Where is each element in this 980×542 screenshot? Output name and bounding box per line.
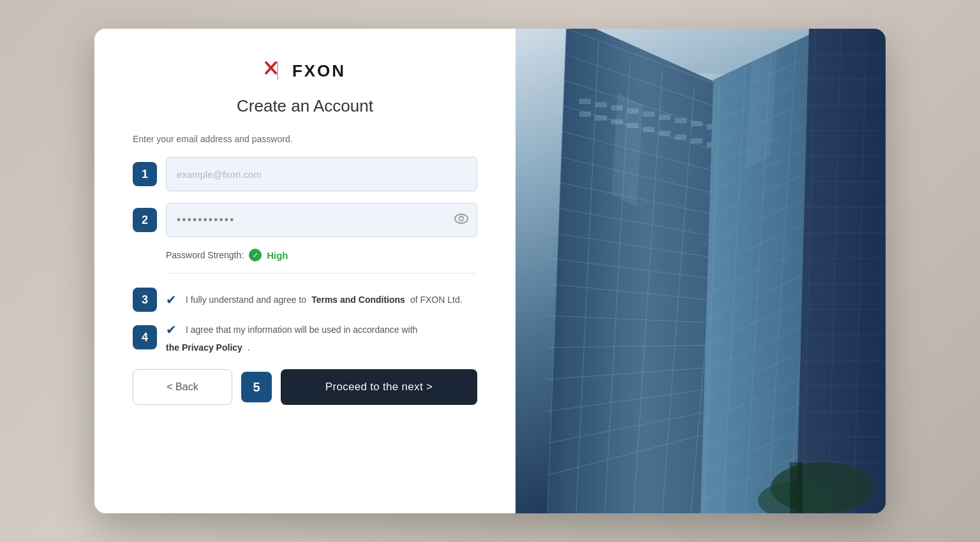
- fxon-logo-icon: [264, 61, 288, 81]
- privacy-checkbox-row: 4 ✔ I agree that my information will be …: [133, 322, 477, 353]
- building-background: [516, 29, 886, 513]
- password-field-row: 2: [133, 203, 477, 237]
- svg-rect-15: [659, 115, 671, 120]
- privacy-checkmark-icon: ✔: [166, 322, 177, 337]
- svg-point-3: [455, 214, 468, 223]
- right-panel: [516, 29, 886, 513]
- next-button[interactable]: Proceed to the next >: [281, 369, 477, 405]
- step-badge-4: 4: [133, 325, 157, 349]
- left-panel: FXON Create an Account Enter your email …: [94, 29, 516, 513]
- svg-rect-11: [595, 102, 607, 107]
- logo-text: FXON: [292, 61, 346, 81]
- terms-checkbox-row: 3 ✔ I fully understand and agree to Term…: [133, 288, 477, 312]
- privacy-link[interactable]: the Privacy Policy: [166, 342, 242, 353]
- step-badge-1: 1: [133, 162, 157, 186]
- terms-label[interactable]: ✔ I fully understand and agree to Terms …: [166, 292, 463, 307]
- privacy-suffix: .: [248, 342, 250, 353]
- buttons-row: < Back 5 Proceed to the next >: [133, 369, 477, 405]
- terms-checkmark-icon: ✔: [166, 292, 177, 307]
- terms-link[interactable]: Terms and Conditions: [311, 295, 405, 305]
- email-input[interactable]: [166, 157, 477, 191]
- privacy-label[interactable]: ✔ I agree that my information will be us…: [166, 322, 477, 353]
- step-badge-3: 3: [133, 288, 157, 312]
- logo: FXON: [264, 61, 346, 81]
- page-title: Create an Account: [133, 96, 477, 116]
- svg-rect-26: [691, 138, 702, 143]
- svg-marker-75: [796, 29, 886, 513]
- main-card: FXON Create an Account Enter your email …: [94, 29, 886, 513]
- terms-suffix: of FXON Ltd.: [410, 295, 463, 305]
- svg-rect-10: [579, 99, 591, 104]
- strength-value: High: [267, 250, 288, 261]
- svg-rect-100: [790, 462, 803, 513]
- step-badge-5: 5: [241, 372, 272, 402]
- svg-rect-14: [643, 112, 655, 117]
- password-strength-label: Password Strength:: [166, 250, 244, 260]
- subtitle: Enter your email address and password.: [133, 134, 293, 144]
- terms-prefix: I fully understand and agree to: [186, 295, 306, 305]
- email-field-row: 1: [133, 157, 477, 191]
- building-svg: [516, 29, 886, 513]
- password-wrapper: [166, 203, 477, 237]
- divider: [166, 273, 477, 274]
- password-input[interactable]: [166, 203, 477, 237]
- eye-icon[interactable]: [454, 214, 468, 227]
- logo-area: FXON: [133, 61, 477, 81]
- strength-check-icon: ✓: [249, 249, 262, 261]
- svg-point-4: [459, 216, 464, 221]
- step-badge-2: 2: [133, 208, 157, 232]
- password-strength-row: Password Strength: ✓ High: [166, 249, 288, 261]
- privacy-prefix: I agree that my information will be used…: [186, 325, 417, 335]
- back-button[interactable]: < Back: [133, 369, 232, 405]
